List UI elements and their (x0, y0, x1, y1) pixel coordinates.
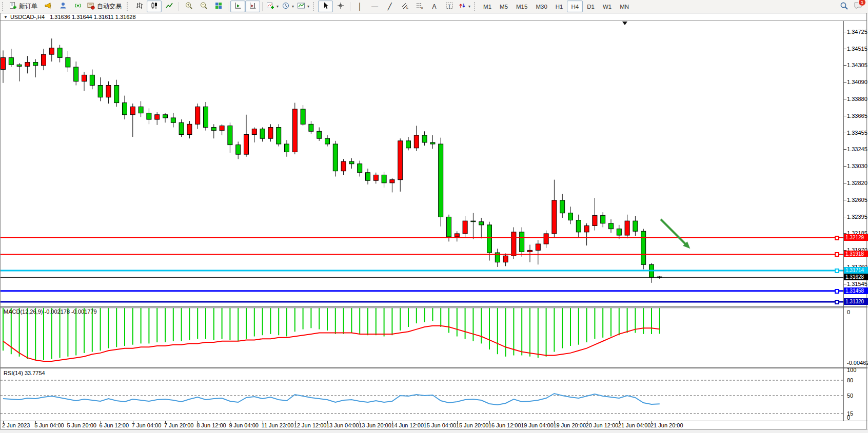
new-order-button[interactable]: 新订单 (7, 1, 41, 12)
candle-body (568, 213, 573, 220)
price-tag[interactable]: 1.32129 (844, 234, 868, 241)
autotrading-button[interactable]: 自动交易 (85, 1, 125, 12)
timeframe-button-h1[interactable]: H1 (551, 1, 567, 12)
timeframe-button-m5[interactable]: M5 (496, 1, 512, 12)
timeframe-button-m1[interactable]: M1 (479, 1, 496, 12)
candle-body (260, 129, 265, 139)
templates-button[interactable]: ▾ (295, 1, 311, 12)
price-tag[interactable]: 1.31458 (844, 287, 868, 294)
text-tool-button[interactable]: A (427, 1, 442, 12)
candle-body (406, 141, 411, 148)
template-icon (297, 2, 305, 11)
candle-body (439, 144, 443, 217)
timeframe-button-mn[interactable]: MN (616, 1, 633, 12)
price-tick (843, 149, 846, 150)
timeframe-button-d1[interactable]: D1 (583, 1, 599, 12)
cursor-tool-button[interactable] (318, 1, 333, 12)
candle-body (268, 128, 273, 139)
profile-button[interactable] (55, 1, 70, 12)
main-chart-pane (1, 21, 867, 306)
price-tag[interactable]: 1.31918 (844, 251, 868, 257)
toolbar-grip[interactable] (2, 2, 5, 11)
candle-body (252, 129, 257, 135)
signals-button[interactable] (70, 1, 85, 12)
candle-body (422, 135, 427, 142)
chat-button[interactable]: 1 (854, 2, 863, 11)
tile-windows-icon (214, 2, 223, 11)
hline-handle[interactable] (835, 269, 839, 273)
time-label: 12 Jun 12:00 (294, 422, 327, 428)
time-label: 7 Jun 04:00 (132, 422, 162, 428)
dropdown-caret: ▾ (277, 4, 279, 9)
candle-body (285, 144, 289, 152)
vertical-line-icon: │ (358, 3, 362, 10)
chart-shift-marker[interactable] (622, 22, 627, 25)
tile-windows-button[interactable] (211, 1, 226, 12)
price-tag[interactable]: 1.31714 (844, 267, 868, 274)
candlestick-chart-icon (150, 2, 159, 11)
time-tick (263, 421, 263, 423)
price-tick (843, 133, 846, 133)
time-tick (457, 421, 458, 423)
time-tick (392, 421, 392, 423)
candle-body (520, 232, 524, 252)
chart-symbol: USDCAD-,H4 (10, 14, 45, 20)
search-icon[interactable] (840, 2, 849, 12)
line-chart-icon (165, 2, 173, 11)
arrows-tool-button[interactable]: ▾ (457, 1, 472, 12)
hline-handle[interactable] (835, 289, 839, 294)
time-label: 8 Jun 12:00 (196, 422, 226, 428)
cursor-icon (322, 2, 330, 11)
periods-button[interactable]: ▾ (280, 1, 295, 12)
bar-chart-button[interactable] (132, 1, 147, 12)
chart-shift-button[interactable] (230, 1, 245, 12)
candle-body (560, 200, 565, 213)
timeframe-button-m15[interactable]: M15 (512, 1, 531, 12)
hline-handle[interactable] (835, 236, 839, 240)
price-tag[interactable]: 1.31320 (844, 298, 868, 305)
price-scale[interactable] (843, 21, 844, 421)
auto-scroll-icon (249, 2, 257, 11)
price-tick-label: 1.32820 (847, 180, 867, 186)
horizontal-line-tool-button[interactable]: — (367, 1, 382, 12)
dropdown-caret: ▾ (307, 4, 309, 9)
indicators-button[interactable]: ▾ (265, 1, 280, 12)
crosshair-tool-button[interactable] (333, 1, 348, 12)
rsi-scale-label: 50 (847, 393, 853, 399)
channel-tool-button[interactable]: E (397, 1, 412, 12)
candle-body (317, 131, 322, 138)
dropdown-caret: ▾ (468, 4, 470, 9)
timeframe-button-h4[interactable]: H4 (567, 1, 583, 12)
candle-body (123, 103, 127, 115)
timeframe-button-w1[interactable]: W1 (599, 1, 616, 12)
trend-arrow[interactable] (661, 219, 687, 245)
toolbar-grip[interactable] (474, 2, 477, 11)
zoom-out-button[interactable] (196, 1, 211, 12)
candle-body (57, 48, 62, 58)
alerts-button[interactable] (41, 1, 55, 12)
candle-body (390, 180, 394, 183)
candle-body (414, 135, 419, 148)
toolbar-grip[interactable] (127, 2, 129, 11)
hline-handle[interactable] (835, 300, 839, 304)
profile-icon (59, 2, 67, 11)
ohlc-strip[interactable]: ▼ USDCAD-,H4 1.31636 1.31644 1.31611 1.3… (1, 13, 866, 21)
rsi-scale-label: 80 (847, 377, 853, 383)
hline-handle[interactable] (835, 252, 839, 257)
toolbar-grip[interactable] (313, 2, 315, 11)
fibonacci-tool-button[interactable]: F (412, 1, 427, 12)
new-order-icon (9, 2, 17, 11)
trendline-tool-button[interactable]: ╱ (382, 1, 397, 12)
timeframe-button-m30[interactable]: M30 (531, 1, 551, 12)
price-tag[interactable]: 1.31628 (844, 274, 868, 280)
text-label-tool-button[interactable]: T (442, 1, 457, 12)
vertical-line-tool-button[interactable]: │ (352, 1, 367, 12)
candle-body (503, 256, 508, 262)
rsi-pane (1, 368, 867, 421)
price-tick (843, 65, 846, 66)
zoom-in-button[interactable] (181, 1, 196, 12)
line-chart-button[interactable] (162, 1, 176, 12)
candlestick-chart-button[interactable] (147, 1, 162, 12)
time-axis[interactable] (1, 421, 867, 421)
auto-scroll-button[interactable] (245, 1, 260, 12)
